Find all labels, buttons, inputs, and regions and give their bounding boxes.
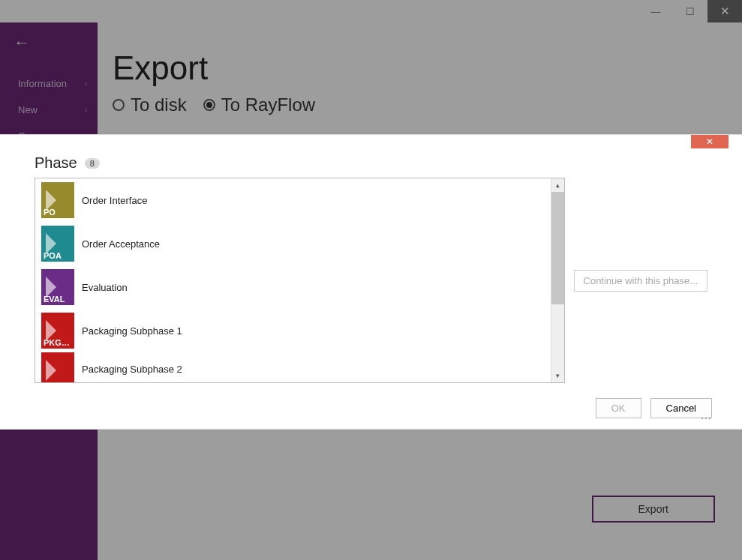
- page-title: Export: [113, 49, 715, 87]
- phase-label: Packaging Subphase 1: [82, 325, 182, 337]
- sidebar-item-information[interactable]: Information ›: [0, 70, 98, 97]
- phase-item[interactable]: PO Order Interface: [35, 178, 551, 222]
- titlebar: — ☐ ✕: [0, 0, 742, 22]
- phase-count-badge: 8: [85, 158, 100, 169]
- sidebar-item-label: Information: [18, 78, 67, 89]
- phase-code: PKG…: [44, 338, 70, 347]
- phase-list[interactable]: PO Order Interface POA Order Acceptance …: [35, 178, 551, 382]
- phase-label: Order Interface: [82, 195, 147, 206]
- minimize-button[interactable]: —: [638, 0, 673, 22]
- ok-button[interactable]: OK: [596, 398, 641, 418]
- scroll-down-icon[interactable]: ▾: [551, 369, 564, 382]
- phase-item[interactable]: EVAL Evaluation: [35, 265, 551, 309]
- dialog-footer: OK Cancel: [0, 392, 742, 429]
- export-button[interactable]: Export: [592, 496, 715, 523]
- dialog-header: Phase 8: [35, 154, 707, 172]
- scrollbar[interactable]: ▴ ▾: [551, 178, 564, 382]
- sidebar-item-new[interactable]: New ›: [0, 97, 98, 123]
- maximize-button[interactable]: ☐: [673, 0, 707, 22]
- phase-icon: POA: [41, 226, 74, 262]
- radio-to-disk[interactable]: To disk: [113, 94, 187, 115]
- dialog-row: PO Order Interface POA Order Acceptance …: [35, 178, 707, 383]
- phase-code: EVAL: [44, 295, 65, 304]
- radio-to-rayflow[interactable]: To RayFlow: [203, 94, 315, 115]
- phase-item[interactable]: Packaging Subphase 2: [35, 352, 551, 375]
- phase-label: Order Acceptance: [82, 238, 160, 250]
- sidebar-item-label: New: [18, 104, 38, 115]
- phase-icon: [41, 352, 74, 382]
- phase-dialog: ✕ Phase 8 PO Order Interface POA Order A…: [0, 135, 742, 429]
- window-close-button[interactable]: ✕: [707, 0, 742, 22]
- radio-dot-icon: [203, 99, 215, 111]
- dialog-content: Phase 8 PO Order Interface POA Order Acc…: [0, 135, 742, 392]
- radio-label: To RayFlow: [221, 94, 315, 115]
- back-arrow-icon[interactable]: ←: [0, 27, 98, 70]
- phase-label: Packaging Subphase 2: [82, 364, 182, 375]
- chevron-right-icon: ›: [85, 106, 87, 114]
- phase-icon: PO: [41, 182, 74, 218]
- phase-list-box: PO Order Interface POA Order Acceptance …: [35, 178, 565, 383]
- phase-code: PO: [44, 208, 56, 217]
- phase-code: POA: [44, 251, 62, 260]
- dialog-close-button[interactable]: ✕: [691, 135, 728, 148]
- phase-item[interactable]: PKG… Packaging Subphase 1: [35, 309, 551, 352]
- phase-icon: EVAL: [41, 269, 74, 305]
- export-target-radios: To disk To RayFlow: [113, 94, 715, 115]
- radio-label: To disk: [131, 94, 187, 115]
- chevron-right-icon: ›: [85, 79, 87, 88]
- continue-with-phase-button[interactable]: Continue with this phase...: [574, 270, 707, 292]
- scroll-up-icon[interactable]: ▴: [551, 178, 564, 192]
- radio-dot-icon: [113, 99, 125, 111]
- dialog-title: Phase: [35, 154, 77, 172]
- resize-grip-icon[interactable]: ⋯: [701, 412, 712, 424]
- phase-item[interactable]: POA Order Acceptance: [35, 222, 551, 265]
- phase-icon: PKG…: [41, 313, 74, 349]
- phase-label: Evaluation: [82, 282, 128, 293]
- scroll-thumb[interactable]: [551, 192, 564, 304]
